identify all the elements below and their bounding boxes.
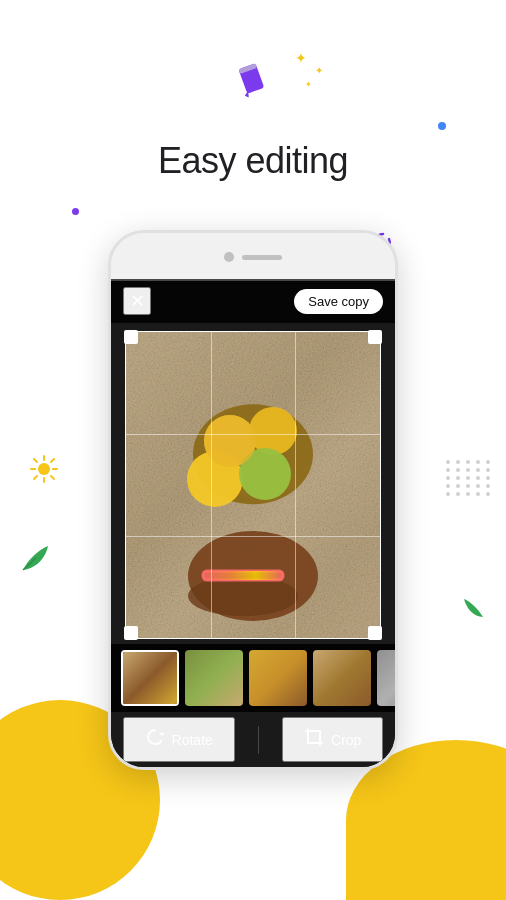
- save-copy-button[interactable]: Save copy: [294, 289, 383, 314]
- leaf-left-icon: [18, 540, 54, 584]
- svg-point-21: [188, 576, 298, 616]
- svg-marker-1: [244, 90, 251, 98]
- svg-line-10: [51, 459, 54, 462]
- svg-rect-23: [203, 571, 283, 580]
- thumbnail-3[interactable]: [249, 650, 307, 706]
- photo-background: [125, 331, 381, 639]
- phone-screen: ✕ Save copy: [111, 279, 395, 767]
- action-bar: Rotate Crop: [111, 712, 395, 767]
- phone-speaker: [242, 255, 282, 260]
- thumbnail-4[interactable]: [313, 650, 371, 706]
- svg-point-19: [204, 415, 256, 467]
- svg-point-16: [249, 407, 297, 455]
- svg-line-11: [34, 476, 37, 479]
- svg-rect-25: [308, 731, 320, 743]
- dot-blue-icon: [438, 122, 446, 130]
- app-topbar: ✕ Save copy: [111, 279, 395, 323]
- rotate-icon: [145, 727, 165, 752]
- dots-pattern: [446, 460, 492, 496]
- svg-marker-24: [159, 733, 165, 736]
- svg-rect-0: [238, 63, 264, 94]
- crop-label: Crop: [331, 732, 361, 748]
- sun-icon: [30, 455, 58, 490]
- image-edit-area: [111, 323, 395, 647]
- thumbnail-1[interactable]: [121, 650, 179, 706]
- pencil-icon: [233, 60, 273, 109]
- thumbnail-5[interactable]: [377, 650, 395, 706]
- star2-icon: ✦: [315, 65, 323, 76]
- close-button[interactable]: ✕: [123, 287, 151, 315]
- svg-line-8: [34, 459, 37, 462]
- action-divider: [258, 726, 259, 754]
- phone-mockup: ✕ Save copy: [108, 230, 398, 770]
- svg-point-3: [38, 463, 50, 475]
- leaf-right-icon: [460, 595, 488, 630]
- svg-rect-2: [238, 63, 257, 74]
- thumbnail-2[interactable]: [185, 650, 243, 706]
- thumbnails-strip: [111, 644, 395, 712]
- rotate-button[interactable]: Rotate: [123, 717, 235, 762]
- crop-icon: [304, 727, 324, 752]
- phone-camera: [224, 252, 234, 262]
- star3-icon: ✦: [305, 80, 312, 89]
- svg-line-12: [23, 558, 36, 570]
- svg-line-9: [51, 476, 54, 479]
- page-title: Easy editing: [0, 140, 506, 182]
- dot-purple-icon: [72, 208, 79, 215]
- rotate-label: Rotate: [172, 732, 213, 748]
- star1-icon: ✦: [295, 50, 307, 66]
- crop-button[interactable]: Crop: [282, 717, 383, 762]
- phone-top-bar: [111, 233, 395, 281]
